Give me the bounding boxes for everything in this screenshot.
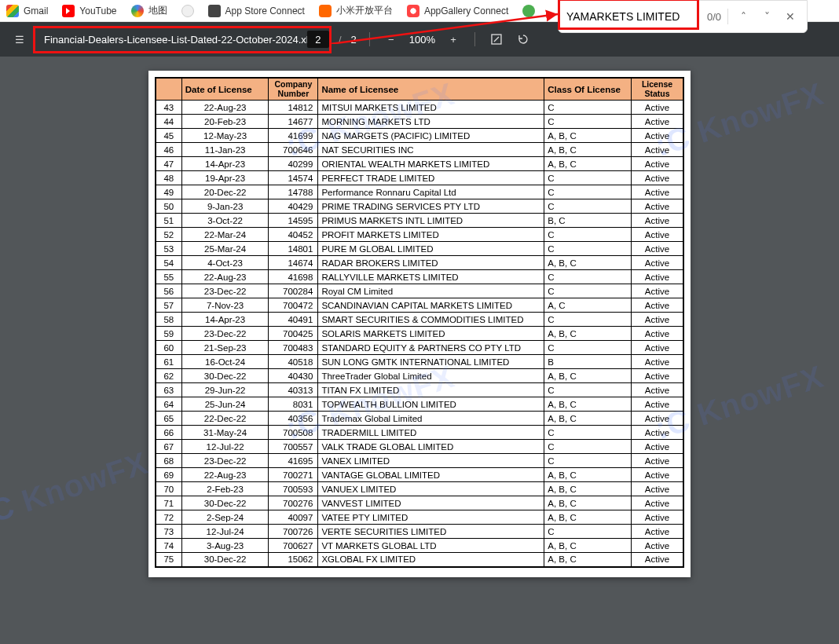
table-row: 4420-Feb-2314677MORNING MARKETS LTDCActi…	[156, 115, 683, 129]
cell-company: 14801	[269, 242, 318, 256]
bookmark-youtube[interactable]: YouTube	[62, 5, 116, 17]
cell-class: B	[544, 355, 632, 369]
cell-class: A, B, C	[544, 482, 632, 496]
cell-company: 700276	[269, 496, 318, 510]
cell-date: 20-Dec-22	[181, 185, 269, 199]
table-row: 7130-Dec-22700276VANVEST LIMITEDA, B, CA…	[156, 496, 683, 510]
cell-name: XGLOBAL FX LIMITED	[318, 553, 544, 567]
cell-name: VT MARKETS GLOBAL LTD	[318, 539, 544, 553]
cell-status: Active	[632, 129, 683, 143]
cell-company: 700472	[269, 298, 318, 313]
cell-company: 700508	[269, 426, 318, 440]
cell-idx: 55	[156, 270, 181, 284]
cell-status: Active	[632, 539, 683, 553]
bookmark-gmail[interactable]: Gmail	[6, 5, 48, 17]
bookmark-appstore[interactable]: App Store Connect	[208, 5, 305, 17]
cell-status: Active	[632, 171, 683, 185]
cell-name: VERTE SECURITIES LIMITED	[318, 525, 544, 539]
cell-company: 700593	[269, 482, 318, 496]
cell-idx: 68	[156, 454, 181, 468]
cell-name: PRIME TRADING SERVICES PTY LTD	[318, 199, 544, 214]
cell-idx: 54	[156, 256, 181, 270]
bookmark-label: Gmail	[24, 5, 48, 16]
svg-line-0	[330, 14, 558, 44]
cell-class: C	[544, 270, 632, 284]
cell-class: C	[544, 115, 632, 129]
find-count: 0/0	[698, 11, 721, 23]
cell-date: 25-Jun-24	[181, 397, 269, 412]
cell-company: 700627	[269, 539, 318, 553]
cell-date: 25-Mar-24	[181, 242, 269, 256]
cell-class: A, B, C	[544, 539, 632, 553]
cell-date: 11-Jan-23	[181, 143, 269, 157]
maps-icon	[131, 5, 144, 17]
cell-name: TOPWEALTH BULLION LIMITED	[318, 397, 544, 412]
cell-status: Active	[632, 157, 683, 171]
table-row: 6712-Jul-22700557VALK TRADE GLOBAL LIMIT…	[156, 440, 683, 454]
cell-status: Active	[632, 426, 683, 440]
cell-date: 19-Apr-23	[181, 171, 269, 185]
table-row: 7312-Jul-24700726VERTE SECURITIES LIMITE…	[156, 525, 683, 539]
apple-icon	[208, 5, 221, 17]
document-page: Date of License Company Number Name of L…	[148, 71, 691, 577]
cell-idx: 59	[156, 327, 181, 341]
cell-status: Active	[632, 327, 683, 341]
cell-company: 40491	[269, 313, 318, 327]
cell-idx: 62	[156, 369, 181, 383]
annotation-arrow	[330, 0, 566, 44]
cell-status: Active	[632, 242, 683, 256]
cell-idx: 71	[156, 496, 181, 510]
cell-name: ThreeTrader Global Limited	[318, 369, 544, 383]
cell-date: 20-Feb-23	[181, 115, 269, 129]
cell-status: Active	[632, 510, 683, 525]
table-row: 702-Feb-23700593VANUEX LIMITEDA, B, CAct…	[156, 482, 683, 496]
cell-class: A, B, C	[544, 553, 632, 567]
cell-company: 41698	[269, 270, 318, 284]
bookmark-maps[interactable]: 地图	[131, 4, 167, 17]
cell-name: Trademax Global Limited	[318, 412, 544, 426]
cell-status: Active	[632, 199, 683, 214]
cell-class: C	[544, 313, 632, 327]
bookmark-label: 地图	[148, 4, 167, 17]
menu-icon[interactable]: ☰	[11, 31, 28, 48]
table-row: 4611-Jan-23700646NAT SECURITIES INCA, B,…	[156, 143, 683, 157]
bookmark-blank[interactable]	[181, 5, 194, 17]
table-row: 6116-Oct-2440518SUN LONG GMTK INTERNATIO…	[156, 355, 683, 369]
cell-class: C	[544, 383, 632, 397]
find-next-button[interactable]: ˅	[758, 8, 775, 25]
cell-name: Royal CM Limited	[318, 284, 544, 298]
cell-name: PERFECT TRADE LIMITED	[318, 171, 544, 185]
find-prev-button[interactable]: ˄	[735, 8, 752, 25]
cell-class: C	[544, 284, 632, 298]
cell-company: 41699	[269, 129, 318, 143]
th-idx	[156, 78, 181, 101]
cell-class: A, B, C	[544, 496, 632, 510]
table-row: 6823-Dec-2241695VANEX LIMITEDCActive	[156, 454, 683, 468]
cell-class: C	[544, 454, 632, 468]
table-row: 5325-Mar-2414801PURE M GLOBAL LIMITEDCAc…	[156, 242, 683, 256]
cell-company: 700483	[269, 341, 318, 355]
table-row: 4512-May-2341699NAG MARGETS (PACIFIC) LI…	[156, 129, 683, 143]
find-close-button[interactable]: ✕	[782, 8, 799, 25]
cell-status: Active	[632, 525, 683, 539]
table-row: 6021-Sep-23700483STANDARD EQUITY & PARTN…	[156, 341, 683, 355]
document-viewport[interactable]: Date of License Company Number Name of L…	[0, 57, 839, 644]
cell-date: 22-Aug-23	[181, 270, 269, 284]
cell-status: Active	[632, 214, 683, 228]
cell-idx: 67	[156, 440, 181, 454]
cell-name: ORIENTAL WEALTH MARKETS LIMITED	[318, 157, 544, 171]
cell-name: RADAR BROKERS LIMITED	[318, 256, 544, 270]
cell-idx: 57	[156, 298, 181, 313]
cell-company: 700557	[269, 440, 318, 454]
cell-status: Active	[632, 454, 683, 468]
cell-status: Active	[632, 101, 683, 115]
page-number-input[interactable]	[307, 31, 329, 48]
cell-company: 14595	[269, 214, 318, 228]
cell-status: Active	[632, 355, 683, 369]
cell-date: 14-Apr-23	[181, 313, 269, 327]
cell-name: SCANDINAVIAN CAPITAL MARKETS LIMITED	[318, 298, 544, 313]
cell-class: B, C	[544, 214, 632, 228]
cell-class: C	[544, 341, 632, 355]
cell-class: A, B, C	[544, 369, 632, 383]
table-row: 6329-Jun-2240313TITAN FX LIMITEDCActive	[156, 383, 683, 397]
